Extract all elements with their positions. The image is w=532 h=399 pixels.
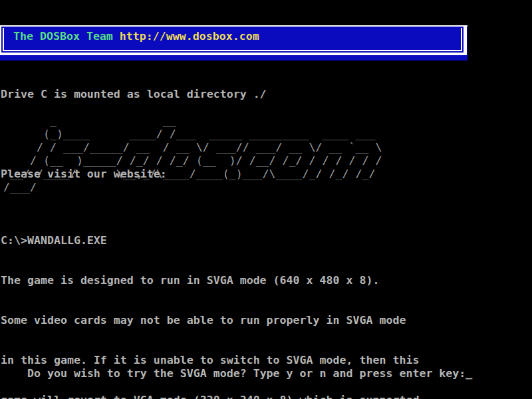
svga-prompt-line[interactable]: Do you wish to try the SVGA mode? Type y… [1,354,472,394]
banner-border-left-inner [3,28,4,51]
banner-border-bottom-outer [0,53,467,55]
dos-console-screen[interactable]: The DOSBox Team http://www.dosbox.com Dr… [0,0,532,399]
banner-border-left-outer [0,27,1,55]
banner-border-right-inner [461,28,462,51]
ascii-art-line: __/ /____/ \__,_/\____/____(_)___/\____/… [3,168,382,181]
ascii-art-line: _ __ [3,114,382,128]
ascii-art-line: / (__ )_____/ /_/ / /_/ (__ )/ /__/ /_/ … [3,154,382,168]
prompt-text: Do you wish to try the SVGA mode? Type y… [27,367,466,380]
ascii-art-line: (_)____ ____/ /___ _____ _________ ____ … [3,128,382,141]
dosbox-website-url: http://www.dosbox.com [120,30,259,43]
text-cursor[interactable]: _ [466,367,472,380]
dosbox-banner: The DOSBox Team http://www.dosbox.com [0,27,467,61]
jsdos-ascii-logo: _ __ (_)____ ____/ /___ _____ _________ … [3,114,382,194]
console-line: Some video cards may not be able to run … [1,314,432,327]
banner-title: The DOSBox Team http://www.dosbox.com [13,30,259,43]
command-line: C:\>WANDALLG.EXE [1,234,432,247]
ascii-art-line: / / ___/_____/ __ / __ \/ ___// ___/ __ … [3,141,382,154]
console-line: Drive C is mounted as local directory ./ [1,88,267,101]
console-line: The game is designed to run in SVGA mode… [1,274,432,287]
ascii-art-line: /___/ [3,181,382,194]
console-line: game will revert to VGA mode (320 x 240 … [1,394,432,399]
banner-border-right-outer [464,27,467,55]
dosbox-team-text: The DOSBox Team [13,30,120,43]
banner-border-bottom-inner [3,50,462,51]
